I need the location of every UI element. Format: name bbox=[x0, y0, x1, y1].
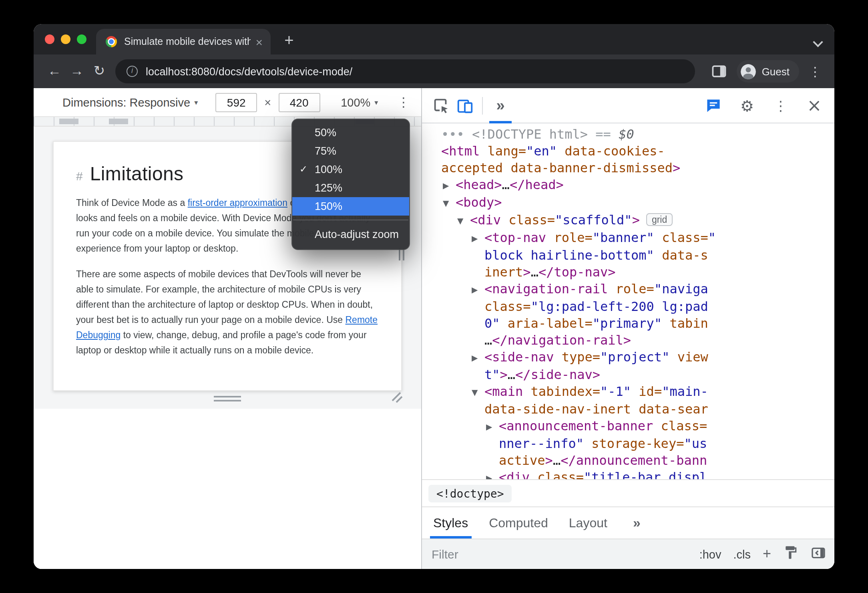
dom-token: <navigation-rail bbox=[484, 281, 616, 296]
dom-node-wrap-line[interactable]: nner--info" storage-key="us bbox=[422, 435, 834, 452]
viewport-resize-corner-handle[interactable] bbox=[391, 391, 403, 406]
dom-node-line[interactable]: ▶<navigation-rail role="naviga bbox=[422, 280, 834, 298]
profile-button[interactable]: Guest bbox=[737, 60, 799, 83]
dom-node-wrap-line[interactable]: data-side-nav-inert data-sear bbox=[422, 401, 834, 418]
dom-node-wrap-line[interactable]: inert>…</top-nav> bbox=[422, 264, 834, 280]
styles-tab-bar: StylesComputedLayout » bbox=[422, 506, 834, 539]
text-run: There are some aspects of mobile devices… bbox=[76, 269, 373, 325]
grid-badge[interactable]: grid bbox=[646, 213, 673, 226]
tab-layout[interactable]: Layout bbox=[569, 507, 607, 539]
dom-token: block hairline-bottom" bbox=[484, 248, 654, 263]
pseudo-state-button[interactable]: :hov bbox=[699, 548, 721, 561]
collapse-panel-icon[interactable] bbox=[810, 545, 826, 564]
filter-input[interactable] bbox=[432, 547, 520, 561]
feedback-icon[interactable] bbox=[701, 93, 725, 117]
tab-styles[interactable]: Styles bbox=[433, 507, 468, 539]
dom-token: class bbox=[484, 299, 523, 314]
expand-arrow-icon[interactable]: ▼ bbox=[457, 212, 470, 229]
zoom-option-75%[interactable]: 75% bbox=[292, 142, 409, 160]
dom-token bbox=[654, 248, 662, 263]
collapse-arrow-icon[interactable]: ▶ bbox=[472, 349, 484, 366]
dom-node-line[interactable]: ▶<announcement-banner class= bbox=[422, 418, 834, 435]
dom-node-wrap-line[interactable]: …</navigation-rail> bbox=[422, 332, 834, 349]
collapse-arrow-icon[interactable]: ▶ bbox=[443, 177, 456, 194]
height-input[interactable] bbox=[278, 93, 320, 112]
collapse-arrow-icon[interactable]: ▶ bbox=[486, 418, 499, 435]
width-input[interactable] bbox=[215, 93, 257, 112]
dom-token: 0" bbox=[484, 316, 500, 331]
zoom-option-50%[interactable]: 50% bbox=[292, 123, 409, 142]
dom-token: storage-key bbox=[591, 436, 676, 451]
new-tab-button[interactable]: + bbox=[279, 30, 299, 51]
device-toolbar-toggle-button[interactable] bbox=[452, 93, 476, 117]
format-paint-icon[interactable] bbox=[783, 545, 798, 563]
dom-node-wrap-line[interactable]: active>…</announcement-bann bbox=[422, 452, 834, 469]
doc-link[interactable]: first-order approximation bbox=[188, 198, 287, 208]
dom-token bbox=[557, 143, 565, 159]
minimize-window-button[interactable] bbox=[61, 34, 70, 44]
dom-node-line[interactable]: ▶<head>…</head> bbox=[422, 176, 834, 194]
dom-node-wrap-line[interactable]: 0" aria-label="primary" tabin bbox=[422, 315, 834, 332]
viewport-resize-bottom-handle[interactable] bbox=[214, 396, 241, 404]
dom-node-wrap-line[interactable]: block hairline-bottom" data-s bbox=[422, 247, 834, 264]
dom-token: nner--info" bbox=[499, 436, 584, 451]
dom-node-line[interactable]: ▶<div class="title-bar displ bbox=[422, 469, 834, 479]
back-button[interactable]: ← bbox=[43, 60, 66, 83]
expand-arrow-icon[interactable]: ▼ bbox=[443, 195, 456, 212]
browser-tab[interactable]: Simulate mobile devices with D × bbox=[96, 29, 271, 54]
dom-node-wrap-line[interactable]: class="lg:pad-left-200 lg:pad bbox=[422, 298, 834, 315]
site-info-icon[interactable]: i bbox=[127, 66, 138, 77]
tab-close-button[interactable]: × bbox=[255, 36, 263, 48]
zoom-option-100%[interactable]: ✓100% bbox=[292, 160, 409, 179]
dom-node-line[interactable]: <html lang="en" data-cookies- bbox=[422, 143, 834, 159]
devtools-menu-button[interactable]: ⋮ bbox=[769, 93, 793, 117]
tab-search-chevron-icon[interactable] bbox=[814, 38, 822, 46]
anchor-hash[interactable]: # bbox=[76, 169, 83, 183]
dom-node-wrap-line[interactable]: t">…</side-nav> bbox=[422, 366, 834, 383]
collapse-arrow-icon[interactable]: ▶ bbox=[472, 281, 484, 298]
dom-token: <head> bbox=[456, 177, 502, 192]
settings-gear-icon[interactable]: ⚙ bbox=[735, 93, 759, 117]
more-panels-button[interactable]: » bbox=[488, 93, 512, 117]
dom-node-line[interactable]: ▼<body> bbox=[422, 194, 834, 212]
collapse-arrow-icon[interactable]: ▶ bbox=[472, 230, 484, 247]
dom-token: = bbox=[593, 349, 600, 365]
close-window-button[interactable] bbox=[45, 34, 54, 44]
zoom-select[interactable]: 100% ▾ bbox=[341, 96, 378, 109]
side-panel-icon[interactable] bbox=[710, 62, 729, 81]
dom-node-line[interactable]: ▶<top-nav role="banner" class=" bbox=[422, 229, 834, 247]
dom-node-line[interactable]: ▶<side-nav type="project" view bbox=[422, 349, 834, 366]
auto-adjust-zoom-item[interactable]: Auto-adjust zoom bbox=[292, 224, 409, 245]
expand-arrow-icon[interactable]: ▼ bbox=[472, 384, 484, 401]
address-bar[interactable]: i localhost:8080/docs/devtools/device-mo… bbox=[115, 59, 695, 83]
dom-node-line[interactable]: ▼<main tabindex="-1" id="main- bbox=[422, 383, 834, 401]
tab-computed[interactable]: Computed bbox=[489, 507, 548, 539]
collapse-arrow-icon[interactable]: ▶ bbox=[486, 470, 499, 479]
more-sidebar-tabs-button[interactable]: » bbox=[633, 515, 641, 531]
dom-token: </head> bbox=[510, 177, 564, 192]
class-toggle-button[interactable]: .cls bbox=[733, 548, 751, 561]
dom-token: </announcement-bann bbox=[561, 453, 707, 468]
dom-node-line[interactable]: ▼<div class="scaffold">grid bbox=[422, 212, 834, 229]
dom-token: ••• bbox=[441, 127, 464, 142]
device-toolbar-menu-button[interactable]: ⋮ bbox=[397, 95, 410, 110]
toolbar-divider bbox=[482, 97, 483, 114]
breadcrumb-doctype[interactable]: <!doctype> bbox=[428, 484, 512, 502]
inspect-element-button[interactable] bbox=[428, 93, 452, 117]
viewport-resize-right-handle[interactable] bbox=[399, 248, 404, 260]
dom-node-line[interactable]: ••• <!DOCTYPE html> == $0 bbox=[422, 126, 834, 143]
browser-menu-button[interactable]: ⋮ bbox=[806, 64, 825, 79]
new-style-rule-button[interactable]: + bbox=[763, 546, 771, 563]
dimensions-select[interactable]: Dimensions: Responsive ▾ bbox=[62, 96, 198, 109]
forward-button[interactable]: → bbox=[66, 60, 88, 83]
dom-token: = bbox=[676, 436, 684, 451]
fullscreen-window-button[interactable] bbox=[77, 34, 86, 44]
dom-node-wrap-line[interactable]: accepted data-banner-dismissed> bbox=[422, 159, 834, 176]
breadcrumb: <!doctype> bbox=[422, 479, 834, 506]
zoom-option-125%[interactable]: 125% bbox=[292, 179, 409, 197]
dom-token: = bbox=[523, 299, 530, 314]
styles-filter-bar: :hov .cls + bbox=[422, 539, 834, 569]
reload-button[interactable]: ↻ bbox=[88, 60, 111, 83]
devtools-close-button[interactable]: × bbox=[802, 93, 826, 117]
zoom-option-150%[interactable]: 150% bbox=[292, 197, 409, 216]
